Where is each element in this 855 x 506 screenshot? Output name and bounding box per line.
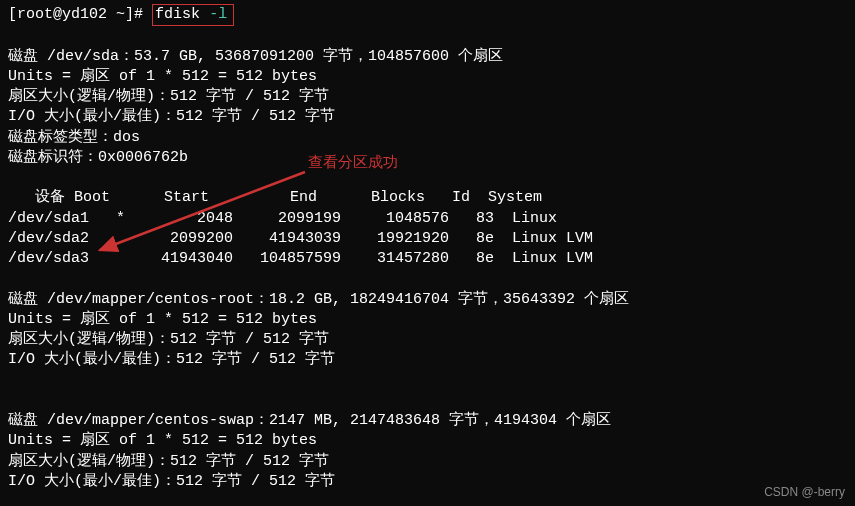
prompt-userhost: root@yd102 bbox=[17, 6, 107, 23]
disk-sda-units: Units = 扇区 of 1 * 512 = 512 bytes bbox=[8, 67, 847, 87]
blank-line bbox=[8, 168, 847, 188]
prompt-cwd: ~ bbox=[116, 6, 125, 23]
disk-swap-units: Units = 扇区 of 1 * 512 = 512 bytes bbox=[8, 431, 847, 451]
annotation-text: 查看分区成功 bbox=[308, 152, 398, 172]
watermark: CSDN @-berry bbox=[764, 484, 845, 500]
disk-sda-sector-size: 扇区大小(逻辑/物理)：512 字节 / 512 字节 bbox=[8, 87, 847, 107]
prompt-open: [ bbox=[8, 6, 17, 23]
blank-line bbox=[8, 371, 847, 391]
disk-sda-identifier: 磁盘标识符：0x0006762b bbox=[8, 148, 847, 168]
partition-table-header: 设备 Boot Start End Blocks Id System bbox=[8, 188, 847, 208]
disk-root-header: 磁盘 /dev/mapper/centos-root：18.2 GB, 1824… bbox=[8, 290, 847, 310]
disk-sda-io-size: I/O 大小(最小/最佳)：512 字节 / 512 字节 bbox=[8, 107, 847, 127]
table-row: /dev/sda1 * 2048 2099199 1048576 83 Linu… bbox=[8, 209, 847, 229]
blank-line bbox=[8, 26, 847, 46]
command-name[interactable]: fdisk bbox=[155, 6, 200, 23]
command-flag[interactable]: -l bbox=[209, 6, 227, 23]
disk-root-io-size: I/O 大小(最小/最佳)：512 字节 / 512 字节 bbox=[8, 350, 847, 370]
command-highlight-box: fdisk -l bbox=[152, 4, 234, 26]
prompt-close: ] bbox=[125, 6, 134, 23]
blank-line bbox=[8, 269, 847, 289]
disk-sda-label-type: 磁盘标签类型：dos bbox=[8, 128, 847, 148]
disk-swap-io-size: I/O 大小(最小/最佳)：512 字节 / 512 字节 bbox=[8, 472, 847, 492]
disk-root-units: Units = 扇区 of 1 * 512 = 512 bytes bbox=[8, 310, 847, 330]
disk-root-sector-size: 扇区大小(逻辑/物理)：512 字节 / 512 字节 bbox=[8, 330, 847, 350]
prompt-symbol: # bbox=[134, 6, 143, 23]
disk-sda-header: 磁盘 /dev/sda：53.7 GB, 53687091200 字节，1048… bbox=[8, 47, 847, 67]
table-row: /dev/sda2 2099200 41943039 19921920 8e L… bbox=[8, 229, 847, 249]
disk-swap-header: 磁盘 /dev/mapper/centos-swap：2147 MB, 2147… bbox=[8, 411, 847, 431]
blank-line bbox=[8, 391, 847, 411]
prompt-line: [root@yd102 ~]# fdisk -l bbox=[8, 4, 847, 26]
disk-swap-sector-size: 扇区大小(逻辑/物理)：512 字节 / 512 字节 bbox=[8, 452, 847, 472]
table-row: /dev/sda3 41943040 104857599 31457280 8e… bbox=[8, 249, 847, 269]
